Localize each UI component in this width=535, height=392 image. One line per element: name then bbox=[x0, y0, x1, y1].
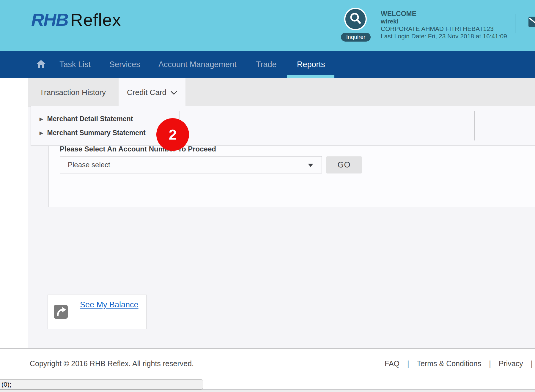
home-icon[interactable] bbox=[36, 59, 46, 68]
shortcut-arrow-icon bbox=[54, 305, 68, 319]
welcome-title: WELCOME bbox=[381, 10, 507, 18]
widget-divider bbox=[74, 295, 74, 329]
rhb-reflex-app: RHBReflex Inquirer WELCOME wirekl CORPOR… bbox=[0, 0, 535, 392]
see-my-balance-link[interactable]: See My Balance bbox=[80, 300, 139, 309]
brand-logo-reflex: Reflex bbox=[70, 10, 121, 29]
tab-transaction-history[interactable]: Transaction History bbox=[40, 78, 106, 107]
footer-link-separator: | bbox=[407, 359, 409, 368]
account-number-select[interactable]: Please select bbox=[60, 156, 322, 173]
welcome-last-login: Last Login Date: Fri, 23 Nov 2018 at 16:… bbox=[381, 32, 507, 40]
user-avatar bbox=[344, 8, 367, 30]
main-navbar: Task List Services Account Management Tr… bbox=[0, 51, 535, 78]
footer-link-separator: | bbox=[489, 359, 491, 368]
menu-column-divider bbox=[327, 111, 327, 140]
report-tabs-row: Transaction History Credit Card bbox=[28, 78, 535, 107]
brand-logo-rhb: RHB bbox=[31, 10, 68, 30]
role-badge: Inquirer bbox=[341, 33, 371, 42]
mail-icon[interactable] bbox=[528, 17, 535, 27]
menu-item-label: Merchant Summary Statement bbox=[47, 129, 146, 137]
nav-item-trade[interactable]: Trade bbox=[256, 51, 277, 78]
nav-item-account-management[interactable]: Account Management bbox=[158, 51, 237, 78]
go-button[interactable]: GO bbox=[326, 157, 362, 173]
footer-link-privacy[interactable]: Privacy bbox=[499, 359, 523, 368]
bottom-strip bbox=[0, 389, 535, 392]
tab-credit-card-label: Credit Card bbox=[127, 88, 166, 97]
active-nav-underline bbox=[287, 75, 334, 78]
magnifier-icon bbox=[349, 12, 362, 26]
see-my-balance-widget: See My Balance bbox=[48, 295, 147, 329]
tab-credit-card[interactable]: Credit Card bbox=[119, 78, 185, 107]
dropdown-caret-icon bbox=[308, 164, 313, 167]
welcome-block: WELCOME wirekl CORPORATE AHMAD FITRI HEB… bbox=[381, 10, 507, 40]
nav-item-reports[interactable]: Reports bbox=[297, 51, 325, 78]
menu-column-divider bbox=[474, 111, 475, 140]
welcome-corporate: CORPORATE AHMAD FITRI HEBAT123 bbox=[381, 25, 507, 32]
copyright-text: Copyright © 2016 RHB Reflex. All rights … bbox=[30, 359, 194, 368]
footer-link-faq[interactable]: FAQ bbox=[385, 359, 399, 368]
menu-item-merchant-summary-statement[interactable]: ▶ Merchant Summary Statement bbox=[40, 129, 146, 137]
credit-card-dropdown-menu: ▶ Merchant Detail Statement ▶ Merchant S… bbox=[31, 106, 535, 146]
chevron-down-icon bbox=[171, 88, 177, 97]
header-divider bbox=[515, 14, 515, 33]
footer-links: FAQ | Terms & Conditions | Privacy | Cl bbox=[385, 359, 535, 368]
browser-status-bar: (0); bbox=[0, 379, 203, 390]
nav-item-services[interactable]: Services bbox=[109, 51, 140, 78]
menu-item-label: Merchant Detail Statement bbox=[47, 115, 133, 123]
brand-logo: RHBReflex bbox=[31, 10, 121, 30]
nav-item-task-list[interactable]: Task List bbox=[59, 51, 91, 78]
menu-item-merchant-detail-statement[interactable]: ▶ Merchant Detail Statement bbox=[40, 115, 133, 123]
annotation-badge: 2 bbox=[156, 118, 189, 151]
arrow-right-icon: ▶ bbox=[40, 131, 43, 135]
status-bar-text: (0); bbox=[0, 381, 11, 388]
account-select-label: Please Select An Account Number To Proce… bbox=[60, 145, 216, 153]
arrow-right-icon: ▶ bbox=[40, 117, 43, 121]
footer-link-terms[interactable]: Terms & Conditions bbox=[417, 359, 482, 368]
welcome-username: wirekl bbox=[381, 18, 507, 25]
footer-link-separator: | bbox=[531, 359, 533, 368]
app-header: RHBReflex Inquirer WELCOME wirekl CORPOR… bbox=[0, 0, 535, 51]
account-select-value: Please select bbox=[60, 161, 110, 169]
